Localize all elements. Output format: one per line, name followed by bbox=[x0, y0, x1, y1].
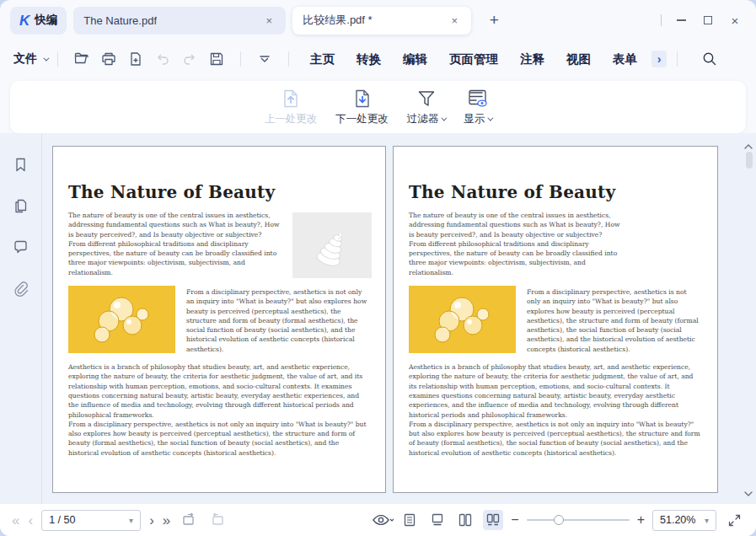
bookmarks-panel-button[interactable] bbox=[12, 155, 30, 174]
tab-compare-result-pdf[interactable]: 比较结果.pdf * × bbox=[292, 7, 471, 35]
intro-paragraph: The nature of beauty is one of the centr… bbox=[68, 211, 281, 277]
view-zoom-controls: − + 51.20% ▾ bbox=[372, 510, 744, 531]
bookmark-icon bbox=[13, 157, 29, 173]
filter-funnel-icon bbox=[416, 88, 437, 110]
comments-panel-button[interactable] bbox=[12, 238, 30, 256]
first-page-button[interactable]: « bbox=[12, 513, 19, 528]
save-icon bbox=[208, 51, 225, 67]
menu-item-view[interactable]: 视图 bbox=[566, 51, 591, 67]
menu-item-home[interactable]: 主页 bbox=[310, 51, 335, 67]
next-change-label: 下一处更改 bbox=[335, 112, 389, 126]
menu-item-page-management[interactable]: 页面管理 bbox=[449, 51, 498, 67]
left-panel-bar bbox=[0, 133, 42, 504]
final-paragraph: From a disciplinary perspective, aesthet… bbox=[409, 420, 702, 458]
single-page-layout-icon bbox=[402, 512, 417, 528]
chevron-down-icon bbox=[442, 115, 448, 121]
previous-change-icon bbox=[280, 88, 302, 110]
previous-change-label: 上一处更改 bbox=[265, 112, 318, 126]
previous-change-button[interactable]: 上一处更改 bbox=[265, 88, 318, 126]
view-mode-button[interactable] bbox=[372, 510, 392, 530]
menu-item-forms[interactable]: 表单 bbox=[613, 51, 637, 67]
scrollbar-thumb[interactable] bbox=[746, 152, 753, 169]
page-number-value: 1 / 50 bbox=[49, 514, 75, 526]
minimize-button[interactable] bbox=[670, 9, 692, 31]
app-logo-icon: K bbox=[19, 13, 29, 28]
attachments-panel-button[interactable] bbox=[12, 279, 30, 297]
filter-button[interactable]: 过滤器 bbox=[407, 88, 446, 126]
compare-toolbar: 上一处更改 下一处更改 过滤器 显示 bbox=[10, 81, 746, 133]
divider bbox=[57, 51, 58, 67]
zoom-slider[interactable] bbox=[527, 512, 630, 528]
next-page-button[interactable]: › bbox=[149, 513, 154, 528]
status-bar: « ‹ 1 / 50 ▾ › » bbox=[0, 504, 756, 536]
single-page-layout-button[interactable] bbox=[399, 510, 420, 530]
zoom-out-button[interactable]: − bbox=[511, 512, 518, 528]
zoom-slider-thumb[interactable] bbox=[554, 515, 564, 525]
maximize-icon bbox=[704, 16, 712, 24]
page-thumbnails-icon bbox=[13, 198, 29, 214]
page-number-input[interactable]: 1 / 50 ▾ bbox=[41, 510, 141, 531]
window-controls: × bbox=[661, 9, 746, 31]
file-menu-label: 文件 bbox=[13, 51, 37, 67]
previous-view-button[interactable] bbox=[179, 510, 199, 530]
branch-paragraph: Aesthetics is a branch of philosophy tha… bbox=[68, 362, 370, 420]
show-eye-list-icon bbox=[467, 88, 489, 110]
chevron-down-icon: ▾ bbox=[129, 516, 133, 525]
open-file-button[interactable] bbox=[70, 47, 94, 71]
redo-icon bbox=[181, 51, 198, 67]
search-button[interactable] bbox=[698, 47, 721, 71]
more-menus-button[interactable]: › bbox=[651, 51, 667, 67]
tab-close-icon[interactable]: × bbox=[262, 13, 276, 27]
facing-layout-icon bbox=[458, 512, 473, 528]
menu-item-convert[interactable]: 转换 bbox=[357, 51, 381, 67]
save-button[interactable] bbox=[205, 47, 228, 71]
redo-button[interactable] bbox=[178, 47, 201, 71]
attachment-icon bbox=[13, 281, 29, 297]
chevron-up-icon bbox=[743, 143, 753, 150]
menu-item-edit[interactable]: 编辑 bbox=[403, 51, 427, 67]
menu-item-annotate[interactable]: 注释 bbox=[520, 51, 544, 67]
scroll-down-button[interactable] bbox=[743, 485, 753, 501]
undo-button[interactable] bbox=[151, 47, 174, 71]
disciplinary-paragraph: From a disciplinary perspective, aesthet… bbox=[527, 286, 702, 354]
file-menu-button[interactable]: 文件 bbox=[13, 51, 47, 67]
pdf-page-right: The Nature of Beauty The nature of beaut… bbox=[393, 146, 718, 493]
previous-page-button[interactable]: ‹ bbox=[28, 513, 33, 528]
last-page-button[interactable]: » bbox=[163, 513, 170, 528]
divider bbox=[677, 51, 678, 67]
collapse-chevron-icon bbox=[257, 51, 272, 67]
divider bbox=[288, 51, 289, 67]
chevron-down-icon bbox=[43, 55, 49, 61]
close-button[interactable]: × bbox=[724, 9, 746, 31]
document-title: The Nature of Beauty bbox=[409, 182, 702, 202]
maximize-button[interactable] bbox=[697, 9, 719, 31]
print-button[interactable] bbox=[97, 47, 121, 71]
show-button[interactable]: 显示 bbox=[464, 88, 491, 126]
continuous-layout-button[interactable] bbox=[427, 510, 448, 530]
new-tab-button[interactable]: + bbox=[483, 9, 505, 31]
menu-items: 主页 转换 编辑 页面管理 注释 视图 表单 › bbox=[299, 47, 723, 71]
app-logo-chip[interactable]: K 快编 bbox=[10, 7, 67, 35]
chevron-down-icon bbox=[743, 490, 753, 497]
collapse-toolbar-button[interactable] bbox=[253, 47, 276, 71]
next-view-icon bbox=[209, 512, 226, 528]
facing-continuous-layout-button[interactable] bbox=[483, 510, 503, 530]
app-window: K 快编 The Nature.pdf × 比较结果.pdf * × + × 文… bbox=[0, 0, 756, 536]
disciplinary-paragraph: From a disciplinary perspective, aesthet… bbox=[186, 286, 370, 354]
new-document-button[interactable] bbox=[124, 47, 147, 71]
zoom-level-select[interactable]: 51.20% ▾ bbox=[652, 510, 716, 531]
facing-layout-button[interactable] bbox=[455, 510, 475, 530]
facing-continuous-layout-icon bbox=[485, 512, 501, 528]
next-view-button[interactable] bbox=[207, 510, 228, 530]
chevron-down-icon bbox=[488, 115, 494, 121]
intro-paragraph: The nature of beauty is one of the centr… bbox=[409, 211, 621, 277]
zoom-in-button[interactable]: + bbox=[637, 512, 645, 528]
tab-the-nature-pdf[interactable]: The Nature.pdf × bbox=[73, 7, 286, 35]
tab-close-icon[interactable]: × bbox=[448, 13, 461, 27]
divider bbox=[661, 14, 662, 26]
next-change-icon bbox=[351, 88, 373, 110]
pages-panel-button[interactable] bbox=[12, 196, 30, 215]
comment-icon bbox=[13, 239, 29, 255]
next-change-button[interactable]: 下一处更改 bbox=[335, 88, 389, 126]
fullscreen-button[interactable] bbox=[724, 510, 744, 530]
